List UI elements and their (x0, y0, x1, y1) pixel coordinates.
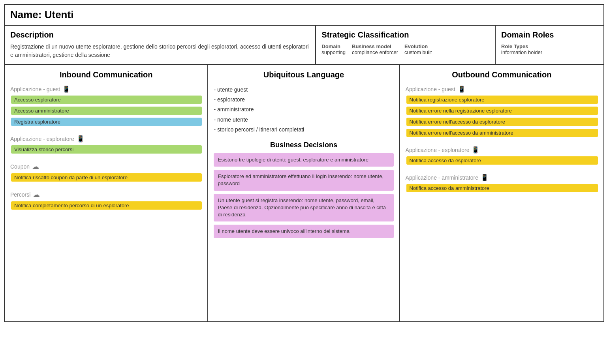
decision-card: Esistono tre tipologie di utenti: guest,… (214, 153, 393, 167)
tag: Notifica riscatto coupon da parte di un … (11, 173, 202, 182)
comm-group: PercorsiNotifica completamento percorso … (10, 190, 202, 211)
description-section: Description Registrazione di un nuovo ut… (5, 26, 316, 64)
domain-roles-section: Domain Roles Role Types information hold… (496, 26, 603, 64)
strategic-col-label: Evolution (404, 43, 432, 49)
tags-list: Visualizza storico percorsi (10, 145, 202, 155)
group-name: Applicazione - guest (406, 86, 455, 92)
comm-group: CouponNotifica riscatto coupon da parte … (10, 162, 202, 183)
decision-card: Esploratore ed amministratore effettuano… (214, 170, 393, 190)
domain-roles-value: information holder (501, 49, 598, 55)
group-name: Applicazione - amministratore (406, 174, 478, 181)
tag: Notifica errore nell'accesso da esplorat… (406, 118, 598, 126)
comm-group-header: Applicazione - esploratore (10, 135, 202, 143)
comm-group-header: Percorsi (10, 190, 202, 199)
decision-card: Il nome utente deve essere univoco all'i… (214, 225, 393, 238)
business-decisions-cards: Esistono tre tipologie di utenti: guest,… (214, 153, 393, 238)
tablet-icon (62, 85, 70, 93)
description-text: Registrazione di un nuovo utente esplora… (10, 43, 310, 59)
tablet-icon (458, 85, 466, 93)
strategic-heading: Strategic Classification (321, 30, 489, 39)
tag: Accesso esploratore (11, 96, 202, 104)
domain-roles-heading: Domain Roles (501, 30, 598, 39)
group-name: Applicazione - esploratore (10, 136, 74, 142)
comm-group-header: Coupon (10, 162, 202, 171)
outbound-heading: Outbound Communication (406, 70, 598, 79)
strategic-col-value: compliance enforcer (352, 49, 398, 55)
content-row: Inbound Communication Applicazione - gue… (5, 65, 603, 321)
page-title: Name: Utenti (10, 9, 598, 21)
group-name: Applicazione - esploratore (406, 147, 470, 153)
comm-group: Applicazione - esploratoreNotifica acces… (406, 146, 598, 166)
strategic-col: Business modelcompliance enforcer (352, 43, 398, 55)
strategic-col: Evolutioncustom built (404, 43, 432, 55)
tags-list: Accesso esploratoreAccesso amministrator… (10, 96, 202, 128)
tablet-icon (472, 146, 479, 154)
comm-group-header: Applicazione - guest (406, 85, 598, 93)
strategic-col-label: Domain (321, 43, 346, 49)
outbound-groups: Applicazione - guestNotifica registrazio… (406, 85, 598, 194)
comm-group: Applicazione - guestAccesso esploratoreA… (10, 85, 202, 128)
header-row: Name: Utenti (5, 5, 603, 26)
tag: Notifica registrazione esploratore (406, 96, 598, 104)
group-name: Percorsi (10, 191, 30, 198)
group-name: Applicazione - guest (10, 86, 60, 92)
tag: Accesso amministratore (11, 107, 202, 115)
tag: Visualizza storico percorsi (11, 145, 202, 154)
strategic-col-value: supporting (321, 49, 346, 55)
main-card: Name: Utenti Description Registrazione d… (4, 4, 604, 322)
ubiquitous-heading: Ubiquitous Language (214, 70, 393, 79)
comm-group-header: Applicazione - amministratore (406, 173, 598, 182)
tag: Registra esploratore (11, 118, 202, 126)
domain-roles-label: Role Types (501, 43, 598, 49)
ubiquitous-section: Ubiquitous Language - utente guest - esp… (208, 65, 400, 321)
cloud-icon (32, 162, 39, 171)
tablet-icon (77, 135, 85, 143)
tag: Notifica accesso da amministratore (406, 184, 598, 192)
domain-roles-col: Role Types information holder (501, 43, 598, 55)
tags-list: Notifica accesso da amministratore (406, 184, 598, 194)
group-name: Coupon (10, 163, 30, 170)
comm-group-header: Applicazione - guest (10, 85, 202, 93)
tags-list: Notifica completamento percorso di un es… (10, 201, 202, 211)
inbound-groups: Applicazione - guestAccesso esploratoreA… (10, 85, 202, 211)
strategic-grid: DomainsupportingBusiness modelcompliance… (321, 43, 489, 55)
description-heading: Description (10, 30, 310, 39)
business-decisions-heading: Business Decisions (214, 141, 393, 149)
inbound-section: Inbound Communication Applicazione - gue… (5, 65, 208, 321)
inbound-heading: Inbound Communication (10, 70, 202, 79)
comm-group-header: Applicazione - esploratore (406, 146, 598, 154)
strategic-col-value: custom built (404, 49, 432, 55)
decision-card: Un utente guest si registra inserendo: n… (214, 194, 393, 222)
tag: Notifica errore nell'accesso da amminist… (406, 129, 598, 137)
strategic-col-label: Business model (352, 43, 398, 49)
tags-list: Notifica registrazione esploratoreNotifi… (406, 96, 598, 139)
tag: Notifica completamento percorso di un es… (11, 201, 202, 210)
tag: Notifica accesso da esploratore (406, 156, 598, 165)
cloud-icon (33, 190, 40, 199)
comm-group: Applicazione - amministratoreNotifica ac… (406, 173, 598, 194)
tags-list: Notifica accesso da esploratore (406, 156, 598, 166)
outbound-section: Outbound Communication Applicazione - gu… (400, 65, 603, 321)
tags-list: Notifica riscatto coupon da parte di un … (10, 173, 202, 183)
info-row: Description Registrazione di un nuovo ut… (5, 26, 603, 65)
ubiquitous-terms: - utente guest - esploratore - amministr… (214, 85, 393, 135)
comm-group: Applicazione - esploratoreVisualizza sto… (10, 135, 202, 155)
strategic-section: Strategic Classification Domainsupportin… (316, 26, 496, 64)
strategic-col: Domainsupporting (321, 43, 346, 55)
tablet-icon (481, 173, 489, 182)
tag: Notifica errore nella registrazione espl… (406, 107, 598, 115)
comm-group: Applicazione - guestNotifica registrazio… (406, 85, 598, 139)
